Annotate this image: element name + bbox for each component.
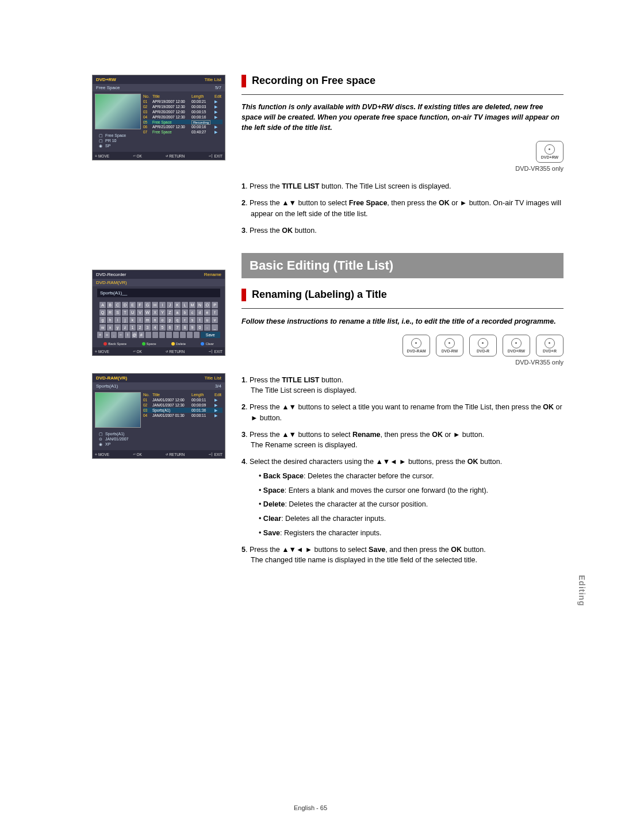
nav-return: ↺ RETURN <box>166 349 185 354</box>
key: l <box>137 317 143 323</box>
key: G <box>144 302 151 308</box>
key: 5 <box>159 324 166 331</box>
section2-steps: 1. Press the TITLE LIST button.The Title… <box>241 375 564 566</box>
key: 2 <box>137 324 143 331</box>
key: x <box>107 324 113 331</box>
key: g <box>99 317 106 323</box>
table-row: 04APR/20/2007 12:3000:00:16▶ <box>143 114 223 120</box>
sub-item: Space: Enters a blank and moves the curs… <box>259 485 564 496</box>
key: z <box>122 324 128 331</box>
osd3-disc: DVD-RAM(VR) <box>96 375 127 381</box>
manual-page: DVD+RW Title List Free Space 5/7 ▢Free S… <box>0 0 621 840</box>
nav-return: ↺ RETURN <box>166 154 185 158</box>
section2-caption: DVD-VR355 only <box>241 359 564 366</box>
func-backspace: Back Space <box>103 342 126 346</box>
key: q <box>174 317 181 323</box>
key: L <box>182 302 188 308</box>
key: 0 <box>197 324 203 331</box>
osd3-info: ▢Sports(A1)⊙JAN/01/2007◉XP <box>95 430 141 448</box>
step-1: 1. Press the TITLE LIST button.The Title… <box>241 375 564 397</box>
osd1-disc-label: DVD+RW <box>96 77 116 82</box>
osd2-disc: DVD-RAM(VR) <box>96 280 127 285</box>
key: P <box>212 302 218 308</box>
osd1-header-title: Title List <box>205 77 222 82</box>
table-row: 04JAN/01/2007 01:3000:00:11▶ <box>143 413 223 418</box>
key: M <box>189 302 195 308</box>
key: + <box>97 332 103 338</box>
table-row: 03APR/20/2007 12:0000:00:15▶ <box>143 109 223 114</box>
osd2-text-input: Sports(A1)__ <box>97 289 220 297</box>
osd1-sub-left: Free Space <box>96 85 120 90</box>
col-title: Title <box>152 94 190 98</box>
key: o <box>159 317 166 323</box>
right-column: Recording on Free space This function is… <box>241 75 564 583</box>
key: u <box>204 317 210 323</box>
disc-icon: DVD+R <box>536 335 564 356</box>
nav-ok: ⏎ OK <box>133 349 142 354</box>
table-row: 03Sports(A1)00:01:36▶ <box>143 408 223 413</box>
table-row: 05Free SpaceRecording <box>143 120 223 124</box>
key: 4 <box>152 324 158 331</box>
key: ! <box>125 332 131 338</box>
key: m <box>144 317 151 323</box>
key: j <box>122 317 128 323</box>
table-row: 01APR/19/2007 12:0000:00:21▶ <box>143 99 223 104</box>
func-delete: Delete <box>171 342 186 346</box>
step: 1. Press the TITLE LIST button. The Titl… <box>241 181 564 192</box>
key: _ <box>212 324 218 331</box>
key: f <box>212 309 218 316</box>
key: y <box>114 324 121 331</box>
osd3-sub-right: 3/4 <box>215 383 221 389</box>
key: U <box>129 309 136 316</box>
key: = <box>104 332 110 338</box>
sub-item: Save: Registers the character inputs. <box>259 528 564 539</box>
osd3-header-title: Title List <box>205 375 222 381</box>
disc-icon: DVD+RW <box>536 141 564 163</box>
key: 8 <box>182 324 188 331</box>
key <box>166 332 172 338</box>
sub-item: Delete: Deletes the character at the cur… <box>259 499 564 510</box>
osd2-keyboard: ABCDEFGHIJKLMNOPQRSTUVWXYZabcdefghijklmn… <box>93 300 225 340</box>
osd2-header-right: Rename <box>204 272 221 277</box>
key: F <box>137 302 143 308</box>
key: W <box>144 309 151 316</box>
sub-item: Back Space: Deletes the character before… <box>259 471 564 482</box>
key: ~ <box>118 332 124 338</box>
nav-exit: →| EXIT <box>209 349 223 354</box>
key: 7 <box>174 324 181 331</box>
step4-sublist: Back Space: Deletes the character before… <box>251 471 564 539</box>
left-column: DVD+RW Title List Free Space 5/7 ▢Free S… <box>92 75 224 583</box>
section1-lead: This function is only available with DVD… <box>241 102 564 133</box>
key <box>194 332 200 338</box>
key: A <box>99 302 106 308</box>
key: T <box>122 309 128 316</box>
key: S <box>114 309 121 316</box>
osd-title-list-dvdram: DVD-RAM(VR) Title List Sports(A1) 3/4 ▢S… <box>92 373 225 459</box>
col-no: No. <box>143 94 151 98</box>
key: 3 <box>144 324 151 331</box>
page-footer: English - 65 <box>0 804 621 811</box>
key: n <box>152 317 158 323</box>
key: J <box>167 302 173 308</box>
key: Z <box>167 309 173 316</box>
nav-ok: ⏎ OK <box>133 452 142 457</box>
key: b <box>182 309 188 316</box>
section2-disc-icons: DVD-RAMDVD-RWDVD-RDVD+RWDVD+R <box>241 335 564 356</box>
osd3-thumbnail <box>95 392 141 428</box>
section2-heading: Renaming (Labeling) a Title <box>241 289 564 301</box>
key: O <box>204 302 210 308</box>
key: s <box>189 317 195 323</box>
key: w <box>99 324 106 331</box>
step-2: 2. Press the ▲▼ buttons to select a titl… <box>241 402 564 424</box>
osd1-sub-right: 5/7 <box>215 85 221 90</box>
nav-move: ✢ MOVE <box>95 452 109 457</box>
step-5: 5. Press the ▲▼◄ ► buttons to select Sav… <box>241 544 564 566</box>
key: I <box>159 302 166 308</box>
key <box>173 332 179 338</box>
osd1-info: ▢Free Space▢PR 10◉SP <box>95 132 141 149</box>
disc-icon: DVD+RW <box>503 335 530 356</box>
step-3: 3. Press the ▲▼ buttons to select Rename… <box>241 429 564 451</box>
table-row: 01JAN/01/2007 12:0000:00:11▶ <box>143 397 223 402</box>
func-space: Space <box>142 342 156 346</box>
key <box>180 332 186 338</box>
